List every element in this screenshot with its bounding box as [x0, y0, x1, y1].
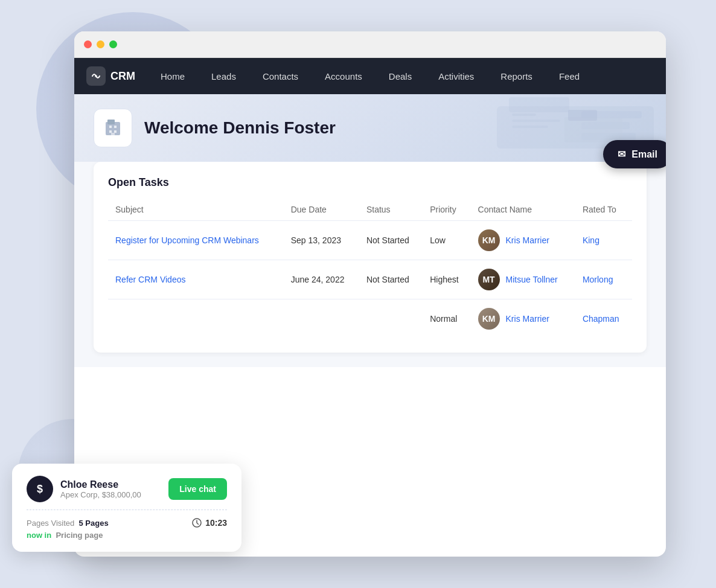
- cell-due-date-3: [284, 299, 359, 339]
- time-value: 10:23: [205, 518, 227, 528]
- nav-item-reports[interactable]: Reports: [487, 58, 546, 94]
- col-header-subject: Subject: [108, 199, 284, 221]
- cell-rated-3: Chapman: [575, 299, 632, 339]
- svg-rect-8: [581, 133, 636, 140]
- tasks-section: Open Tasks Subject Due Date Status: [94, 162, 647, 353]
- avatar-kris-2: KM: [478, 308, 500, 330]
- col-header-rated-to: Rated To: [575, 199, 632, 221]
- now-label: now in: [27, 531, 51, 540]
- contact-cell-3: KM Kris Marrier: [478, 308, 568, 330]
- email-button-label: Email: [631, 149, 657, 160]
- nav-item-leads[interactable]: Leads: [198, 58, 249, 94]
- nav-item-feed[interactable]: Feed: [546, 58, 593, 94]
- svg-rect-14: [114, 130, 117, 133]
- cell-priority-3: Normal: [423, 299, 470, 339]
- col-header-status: Status: [359, 199, 423, 221]
- navbar: CRM Home Leads Contacts Accounts Deals A…: [74, 58, 666, 94]
- svg-rect-12: [114, 126, 117, 128]
- brand-label: CRM: [110, 70, 135, 83]
- task-link-1[interactable]: Register for Upcoming CRM Webinars: [115, 235, 259, 245]
- svg-rect-7: [581, 122, 630, 129]
- cell-status-1: Not Started: [359, 221, 423, 260]
- browser-chrome: [74, 31, 666, 58]
- live-chat-header: $ Chloe Reese Apex Corp, $38,000,00 Live…: [27, 476, 227, 502]
- col-header-due-date: Due Date: [284, 199, 359, 221]
- col-header-contact-name: Contact Name: [471, 199, 575, 221]
- user-info: Chloe Reese Apex Corp, $38,000,00: [60, 479, 141, 499]
- nav-item-contacts[interactable]: Contacts: [249, 58, 312, 94]
- nav-item-activities[interactable]: Activities: [425, 58, 487, 94]
- tasks-table: Subject Due Date Status Priority Contact: [108, 199, 632, 338]
- cell-contact-2: MT Mitsue Tollner: [471, 260, 575, 299]
- brand-icon: [86, 66, 106, 86]
- cell-status-2: Not Started: [359, 260, 423, 299]
- rated-link-3[interactable]: Chapman: [583, 314, 619, 324]
- svg-rect-2: [509, 97, 569, 112]
- svg-rect-4: [512, 120, 560, 122]
- svg-point-0: [95, 75, 97, 77]
- traffic-light-green[interactable]: [109, 40, 117, 48]
- nav-item-accounts[interactable]: Accounts: [312, 58, 376, 94]
- contact-link-3[interactable]: Kris Marrier: [506, 314, 549, 324]
- contact-link-1[interactable]: Kris Marrier: [506, 235, 549, 245]
- cell-subject-2: Refer CRM Videos: [108, 260, 284, 299]
- traffic-light-yellow[interactable]: [97, 40, 104, 48]
- welcome-banner: Welcome Dennis Foster: [74, 94, 666, 162]
- svg-rect-13: [109, 130, 112, 133]
- nav-item-deals[interactable]: Deals: [376, 58, 425, 94]
- cell-due-date-2: June 24, 2022: [284, 260, 359, 299]
- rated-link-1[interactable]: King: [583, 235, 599, 245]
- cell-due-date-1: Sep 13, 2023: [284, 221, 359, 260]
- svg-rect-15: [111, 133, 115, 135]
- task-link-2[interactable]: Refer CRM Videos: [115, 275, 185, 284]
- user-sub: Apex Corp, $38,000,00: [60, 490, 141, 499]
- cell-subject-1: Register for Upcoming CRM Webinars: [108, 221, 284, 260]
- col-header-priority: Priority: [423, 199, 470, 221]
- contact-cell-1: KM Kris Marrier: [478, 229, 568, 251]
- rated-link-2[interactable]: Morlong: [583, 275, 613, 284]
- tasks-title: Open Tasks: [108, 176, 632, 189]
- svg-rect-5: [512, 126, 548, 128]
- svg-rect-6: [581, 111, 642, 118]
- cell-priority-1: Low: [423, 221, 470, 260]
- email-button[interactable]: ✉ Email: [603, 140, 666, 168]
- building-icon: [102, 117, 124, 139]
- dollar-avatar: $: [27, 476, 53, 502]
- user-name: Chloe Reese: [60, 479, 141, 490]
- brand[interactable]: CRM: [74, 66, 147, 86]
- table-row: Normal KM Kris Marrier Chapman: [108, 299, 632, 339]
- avatar-kris-1: KM: [478, 229, 500, 251]
- pages-count: 5 Pages: [79, 519, 109, 528]
- live-chat-card: $ Chloe Reese Apex Corp, $38,000,00 Live…: [12, 464, 241, 552]
- table-row: Refer CRM Videos June 24, 2022 Not Start…: [108, 260, 632, 299]
- cell-subject-3: [108, 299, 284, 339]
- contact-link-2[interactable]: Mitsue Tollner: [506, 275, 558, 284]
- cell-status-3: [359, 299, 423, 339]
- traffic-light-red[interactable]: [84, 40, 92, 48]
- live-chat-button[interactable]: Live chat: [168, 478, 227, 500]
- cell-contact-3: KM Kris Marrier: [471, 299, 575, 339]
- svg-rect-10: [107, 120, 115, 124]
- now-text: now in Pricing page: [27, 531, 227, 540]
- svg-rect-11: [109, 126, 112, 128]
- nav-item-home[interactable]: Home: [147, 58, 198, 94]
- welcome-title: Welcome Dennis Foster: [144, 118, 336, 138]
- pages-visited-label: Pages Visited 5 Pages: [27, 519, 109, 528]
- avatar-mitsue: MT: [478, 269, 500, 290]
- contact-cell-2: MT Mitsue Tollner: [478, 269, 568, 290]
- cell-rated-1: King: [575, 221, 632, 260]
- cell-contact-1: KM Kris Marrier: [471, 221, 575, 260]
- live-chat-user: $ Chloe Reese Apex Corp, $38,000,00: [27, 476, 141, 502]
- building-icon-wrapper: [94, 109, 132, 147]
- cell-priority-2: Highest: [423, 260, 470, 299]
- email-icon: ✉: [618, 149, 625, 160]
- divider: [27, 510, 227, 510]
- time-display: 10:23: [192, 518, 227, 528]
- cell-rated-2: Morlong: [575, 260, 632, 299]
- svg-rect-3: [512, 113, 536, 116]
- pages-row: Pages Visited 5 Pages 10:23: [27, 517, 227, 528]
- current-page: Pricing page: [56, 531, 103, 540]
- clock-icon: [192, 518, 202, 528]
- pages-info: Pages Visited 5 Pages: [27, 517, 109, 528]
- main-content: Welcome Dennis Foster Open Tasks Subject…: [74, 94, 666, 367]
